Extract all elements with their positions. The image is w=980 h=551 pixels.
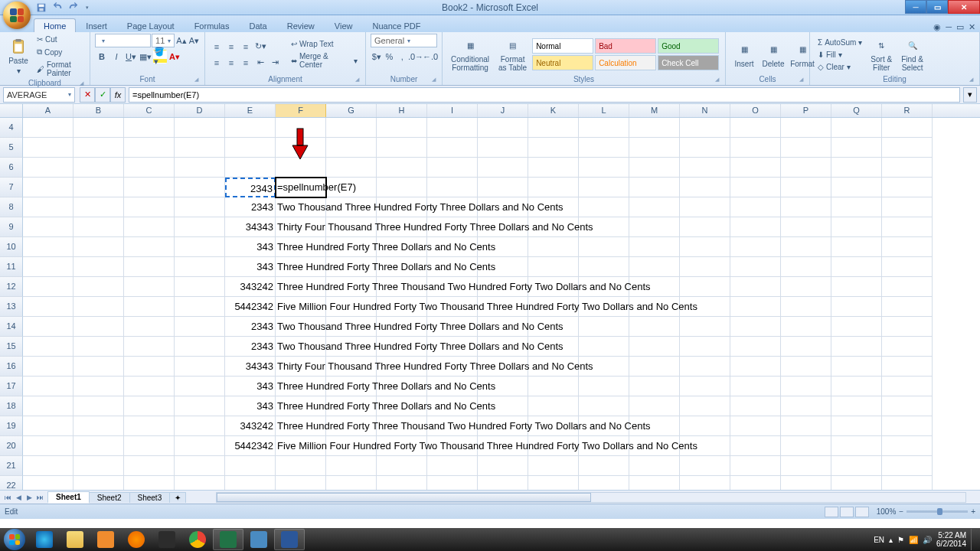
cell-P15[interactable] bbox=[781, 337, 831, 357]
cell-E22[interactable] bbox=[225, 476, 276, 490]
cell-H6[interactable] bbox=[377, 158, 427, 178]
cell-O10[interactable] bbox=[730, 237, 781, 257]
cell-G5[interactable] bbox=[326, 138, 377, 158]
cell-B11[interactable] bbox=[74, 257, 124, 277]
cell-D10[interactable] bbox=[175, 237, 225, 257]
cell-F14[interactable]: Two Thousand Three Hundred Forty Three D… bbox=[276, 317, 326, 337]
show-desktop-button[interactable] bbox=[971, 529, 977, 550]
cell-R11[interactable] bbox=[882, 257, 933, 277]
grow-font-icon[interactable]: A▴ bbox=[175, 34, 187, 47]
cell-G22[interactable] bbox=[326, 476, 377, 490]
maximize-button[interactable]: ▭ bbox=[926, 0, 948, 14]
cell-Q10[interactable] bbox=[831, 237, 882, 257]
cell-L8[interactable] bbox=[579, 197, 629, 217]
select-all-corner[interactable] bbox=[0, 104, 23, 117]
cell-F9[interactable]: Thirty Four Thousand Three Hundred Forty… bbox=[276, 217, 326, 237]
cell-E15[interactable]: 2343 bbox=[225, 337, 276, 357]
cell-E12[interactable]: 343242 bbox=[225, 277, 276, 297]
cell-E16[interactable]: 34343 bbox=[225, 357, 276, 377]
style-bad[interactable]: Bad bbox=[595, 38, 656, 54]
cell-M6[interactable] bbox=[629, 158, 680, 178]
row-header-18[interactable]: 18 bbox=[0, 396, 23, 416]
fill-button[interactable]: ⬇Fill▾ bbox=[815, 49, 865, 60]
cell-J7[interactable] bbox=[478, 178, 528, 197]
cell-H7[interactable] bbox=[377, 178, 427, 197]
tab-data[interactable]: Data bbox=[239, 18, 276, 32]
col-header-I[interactable]: I bbox=[427, 104, 478, 117]
cell-C11[interactable] bbox=[124, 257, 175, 277]
cell-N6[interactable] bbox=[680, 158, 730, 178]
cell-L17[interactable] bbox=[579, 377, 629, 396]
new-sheet-icon[interactable]: ✦ bbox=[169, 492, 186, 503]
cell-Q15[interactable] bbox=[831, 337, 882, 357]
style-good[interactable]: Good bbox=[658, 38, 719, 54]
cell-Q6[interactable] bbox=[831, 158, 882, 178]
cell-P14[interactable] bbox=[781, 317, 831, 337]
cell-F18[interactable]: Three Hundred Forty Three Dollars and No… bbox=[276, 396, 326, 416]
cell-C8[interactable] bbox=[124, 197, 175, 217]
col-header-M[interactable]: M bbox=[629, 104, 680, 117]
cell-Q21[interactable] bbox=[831, 456, 882, 476]
cell-B8[interactable] bbox=[74, 197, 124, 217]
sheet-tab-3[interactable]: Sheet3 bbox=[129, 492, 171, 503]
cell-F16[interactable]: Thirty Four Thousand Three Hundred Forty… bbox=[276, 357, 326, 377]
cell-N19[interactable] bbox=[680, 416, 730, 436]
cell-L7[interactable] bbox=[579, 178, 629, 197]
cell-P8[interactable] bbox=[781, 197, 831, 217]
cell-P16[interactable] bbox=[781, 357, 831, 377]
cell-L11[interactable] bbox=[579, 257, 629, 277]
cell-C21[interactable] bbox=[124, 456, 175, 476]
tray-chevron-icon[interactable]: ▴ bbox=[889, 536, 893, 544]
page-layout-view-icon[interactable] bbox=[840, 507, 854, 517]
col-header-B[interactable]: B bbox=[74, 104, 124, 117]
cell-R12[interactable] bbox=[882, 277, 933, 297]
cell-I6[interactable] bbox=[427, 158, 478, 178]
cell-A13[interactable] bbox=[23, 297, 74, 317]
tray-network-icon[interactable]: 📶 bbox=[909, 536, 918, 544]
row-header-17[interactable]: 17 bbox=[0, 377, 23, 396]
cell-K11[interactable] bbox=[528, 257, 579, 277]
format-as-table-button[interactable]: ▤Format as Table bbox=[495, 34, 531, 74]
tb-word-icon[interactable] bbox=[274, 529, 305, 550]
cell-O11[interactable] bbox=[730, 257, 781, 277]
cell-A19[interactable] bbox=[23, 416, 74, 436]
cell-F12[interactable]: Three Hundred Forty Three Thousand Two H… bbox=[276, 277, 326, 297]
cell-E8[interactable]: 2343 bbox=[225, 197, 276, 217]
row-header-22[interactable]: 22 bbox=[0, 476, 23, 490]
align-middle-icon[interactable]: ≡ bbox=[224, 40, 238, 54]
col-header-C[interactable]: C bbox=[124, 104, 175, 117]
cell-B21[interactable] bbox=[74, 456, 124, 476]
cancel-formula-icon[interactable]: ✕ bbox=[80, 87, 95, 103]
system-tray[interactable]: EN ▴ ⚑ 📶 🔊 5:22 AM 6/2/2014 bbox=[874, 529, 980, 550]
cell-P6[interactable] bbox=[781, 158, 831, 178]
cell-P7[interactable] bbox=[781, 178, 831, 197]
cell-C17[interactable] bbox=[124, 377, 175, 396]
increase-indent-icon[interactable]: ⇥ bbox=[268, 56, 282, 70]
cell-M11[interactable] bbox=[629, 257, 680, 277]
row-header-5[interactable]: 5 bbox=[0, 138, 23, 158]
cell-K17[interactable] bbox=[528, 377, 579, 396]
cell-P19[interactable] bbox=[781, 416, 831, 436]
delete-cells-button[interactable]: ▦Delete bbox=[760, 39, 787, 70]
zoom-out-icon[interactable]: − bbox=[899, 507, 903, 516]
row-header-12[interactable]: 12 bbox=[0, 277, 23, 297]
redo-icon[interactable] bbox=[67, 2, 80, 14]
mdi-max-icon[interactable]: ▭ bbox=[956, 22, 964, 32]
tb-app1-icon[interactable] bbox=[152, 529, 182, 550]
cell-I4[interactable] bbox=[427, 118, 478, 138]
cell-B20[interactable] bbox=[74, 436, 124, 456]
cell-K22[interactable] bbox=[528, 476, 579, 490]
cell-N12[interactable] bbox=[680, 277, 730, 297]
cell-O7[interactable] bbox=[730, 178, 781, 197]
zoom-slider[interactable] bbox=[906, 510, 968, 513]
cell-R7[interactable] bbox=[882, 178, 933, 197]
sheet-tab-2[interactable]: Sheet2 bbox=[89, 492, 130, 503]
cell-J6[interactable] bbox=[478, 158, 528, 178]
cell-P22[interactable] bbox=[781, 476, 831, 490]
cell-O9[interactable] bbox=[730, 217, 781, 237]
cell-Q13[interactable] bbox=[831, 297, 882, 317]
cell-Q16[interactable] bbox=[831, 357, 882, 377]
cell-B15[interactable] bbox=[74, 337, 124, 357]
cell-A17[interactable] bbox=[23, 377, 74, 396]
cell-R17[interactable] bbox=[882, 377, 933, 396]
